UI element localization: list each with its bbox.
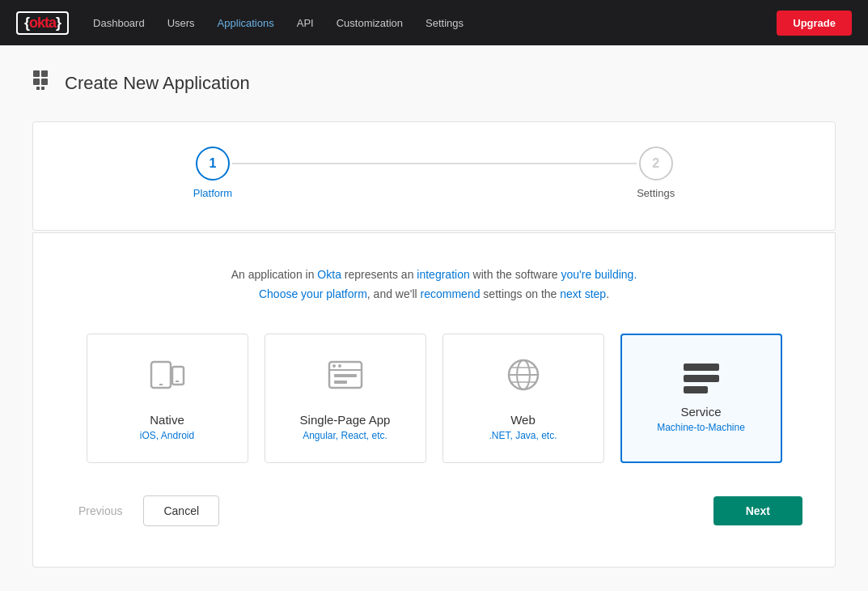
- page-title: Create New Application: [65, 73, 250, 94]
- description-line1: An application in Okta represents an int…: [231, 268, 637, 281]
- nav-applications[interactable]: Applications: [218, 17, 274, 29]
- svg-rect-3: [41, 79, 48, 85]
- upgrade-button[interactable]: Upgrade: [777, 11, 852, 36]
- platform-service[interactable]: Service Machine-to-Machine: [620, 334, 782, 463]
- svg-rect-0: [33, 70, 40, 77]
- top-nav: {okta} Dashboard Users Applications API …: [0, 0, 868, 45]
- description: An application in Okta represents an int…: [66, 266, 802, 304]
- svg-point-12: [332, 364, 336, 368]
- platform-spa[interactable]: Single-Page App Angular, React, etc.: [265, 334, 426, 463]
- spa-icon: [326, 355, 365, 402]
- content-area: An application in Okta represents an int…: [32, 233, 836, 568]
- platform-native[interactable]: Native iOS, Android: [87, 334, 248, 463]
- stepper-steps: 1 Platform 2 Settings: [193, 147, 675, 199]
- native-icon: [148, 355, 187, 402]
- okta-logo: {okta}: [16, 11, 69, 35]
- native-name: Native: [150, 413, 184, 427]
- nav-settings[interactable]: Settings: [426, 17, 464, 29]
- service-sub: Machine-to-Machine: [657, 422, 745, 433]
- spa-sub: Angular, React, etc.: [303, 430, 387, 441]
- svg-rect-14: [334, 374, 357, 377]
- nav-customization[interactable]: Customization: [337, 17, 403, 29]
- step-1-circle: 1: [196, 147, 230, 181]
- step-2-circle: 2: [639, 147, 673, 181]
- service-icon: [684, 364, 719, 393]
- stepper-container: 1 Platform 2 Settings: [32, 121, 836, 231]
- footer-actions: Previous Cancel Next: [66, 495, 802, 526]
- web-icon: [504, 355, 543, 402]
- apps-icon: [32, 70, 55, 97]
- platform-web[interactable]: Web .NET, Java, etc.: [442, 334, 604, 463]
- step-2-label: Settings: [637, 187, 675, 199]
- nav-users[interactable]: Users: [167, 17, 195, 29]
- step-1: 1 Platform: [193, 147, 232, 199]
- main-content: Create New Application 1 Platform 2 Sett…: [0, 45, 868, 591]
- stepper: 1 Platform 2 Settings: [66, 147, 802, 199]
- web-sub: .NET, Java, etc.: [489, 430, 557, 441]
- spa-name: Single-Page App: [300, 413, 391, 427]
- cancel-button[interactable]: Cancel: [143, 495, 219, 526]
- svg-rect-4: [36, 87, 40, 90]
- svg-rect-2: [33, 79, 40, 85]
- next-button[interactable]: Next: [713, 496, 802, 525]
- step-2: 2 Settings: [637, 147, 675, 199]
- nav-dashboard[interactable]: Dashboard: [93, 17, 145, 29]
- platform-cards: Native iOS, Android Single-Page: [66, 334, 802, 463]
- svg-rect-1: [41, 70, 48, 77]
- previous-button[interactable]: Previous: [66, 496, 135, 525]
- page-title-row: Create New Application: [32, 70, 836, 97]
- svg-rect-5: [41, 87, 44, 90]
- svg-rect-15: [334, 381, 347, 384]
- native-sub: iOS, Android: [140, 430, 194, 441]
- service-name: Service: [680, 405, 721, 419]
- svg-point-13: [338, 364, 341, 368]
- web-name: Web: [510, 413, 536, 427]
- description-line2: Choose your platform, and we'll recommen…: [259, 287, 609, 300]
- step-1-label: Platform: [193, 187, 232, 199]
- nav-links: Dashboard Users Applications API Customi…: [93, 17, 777, 29]
- nav-api[interactable]: API: [297, 17, 314, 29]
